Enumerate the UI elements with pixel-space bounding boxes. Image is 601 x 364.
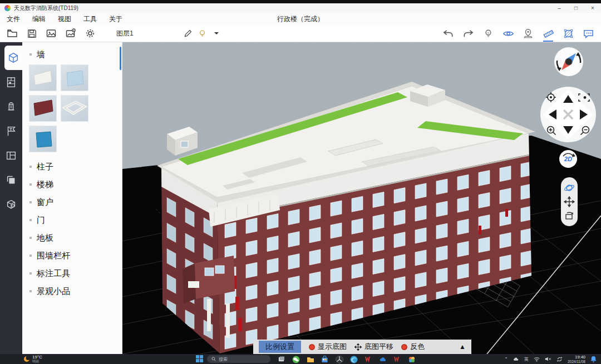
ime-indicator[interactable]: 英	[524, 356, 529, 362]
close-button[interactable]: ×	[584, 3, 601, 13]
rail-layout-button[interactable]	[0, 143, 22, 168]
cloud-app-button[interactable]	[378, 355, 387, 363]
mode-2d-button[interactable]: 2D	[559, 150, 577, 168]
undo-button[interactable]	[441, 27, 455, 40]
orbit-icon	[564, 182, 575, 193]
onedrive-cloud-icon[interactable]	[513, 357, 519, 362]
wps-w-icon	[364, 356, 372, 363]
rail-fire-hydrant-button[interactable]	[0, 94, 22, 119]
start-button[interactable]	[196, 355, 203, 362]
wall-thumb-red-wall[interactable]	[29, 95, 57, 122]
edit-layer-button[interactable]	[180, 27, 195, 40]
wechat-app-button[interactable]	[292, 355, 300, 363]
layers-copy-icon	[5, 174, 17, 186]
scale-settings-button[interactable]: 比例设置	[259, 341, 301, 353]
taskbar-weather[interactable]: 19°C 晴朗	[23, 354, 42, 364]
radio-red-icon	[401, 344, 407, 350]
bullet-icon	[29, 183, 32, 186]
rotate-view-button[interactable]	[563, 210, 575, 222]
location-button[interactable]	[521, 27, 535, 40]
navigation-pad[interactable]	[540, 86, 597, 143]
wall-thumb-glass-wall[interactable]	[61, 64, 88, 91]
rail-layers-button[interactable]	[0, 168, 22, 192]
task-view-button[interactable]	[277, 355, 285, 363]
rail-component-library-button[interactable]	[0, 192, 22, 217]
base-map-button[interactable]	[63, 27, 78, 40]
category-floor[interactable]: 地板	[22, 229, 122, 247]
sidebar-scrollbar[interactable]	[120, 47, 121, 70]
viewport-tool-pill	[561, 177, 578, 226]
region-select-button[interactable]	[561, 27, 575, 40]
edge-browser-button[interactable]	[349, 355, 358, 363]
image-icon	[46, 28, 57, 39]
rail-components-button[interactable]	[4, 46, 22, 70]
wall-thumb-blue-wall[interactable]	[29, 126, 57, 152]
furniture-shelf-icon	[5, 76, 17, 88]
category-wall[interactable]: 墙	[22, 46, 122, 63]
taskbar-search[interactable]: 搜索	[207, 355, 270, 363]
layer-name-field[interactable]: 图层1	[112, 28, 175, 39]
cube-3d-icon	[7, 52, 19, 64]
tray-expand-icon[interactable]: ⌃	[504, 357, 508, 362]
wps2-app-button[interactable]	[393, 355, 401, 363]
category-stairs[interactable]: 楼梯	[22, 176, 122, 193]
redo-button[interactable]	[461, 27, 475, 40]
category-annotation-tools[interactable]: 标注工具	[22, 265, 122, 282]
menu-tools[interactable]: 工具	[83, 14, 97, 24]
menu-edit[interactable]: 编辑	[32, 14, 46, 24]
comments-button[interactable]	[581, 27, 595, 40]
pan-basemap-button[interactable]: 底图平移	[354, 342, 393, 352]
wps-w2-icon	[393, 356, 401, 363]
sync-update-icon[interactable]	[556, 356, 563, 362]
collapse-panel-button[interactable]: ▲	[459, 343, 466, 351]
chevron-down-icon	[213, 30, 220, 37]
menu-about[interactable]: 关于	[109, 14, 122, 24]
rail-annotation-button[interactable]	[0, 119, 22, 143]
category-landscape[interactable]: 景观小品	[22, 282, 122, 300]
speaker-mute-icon[interactable]	[545, 356, 551, 362]
lightbulb2-icon	[483, 28, 494, 39]
notification-bell-icon[interactable]	[590, 356, 597, 362]
wall-thumb-room-outline[interactable]	[61, 95, 88, 122]
export-image-button[interactable]	[44, 27, 58, 40]
category-door[interactable]: 门	[22, 211, 122, 229]
orbit-view-button[interactable]	[563, 182, 575, 194]
menu-view[interactable]: 视图	[58, 14, 71, 24]
measure-button[interactable]	[541, 27, 555, 40]
show-basemap-toggle[interactable]: 显示底图	[309, 342, 347, 352]
td-app-button[interactable]	[335, 355, 343, 363]
bullet-icon	[29, 255, 32, 257]
pan-move-button[interactable]	[563, 196, 575, 208]
category-window[interactable]: 窗户	[22, 193, 122, 211]
wps-app-button[interactable]	[364, 355, 372, 363]
taskbar-clock[interactable]: 19:40 2024/11/08	[568, 355, 585, 363]
menubar: 文件 编辑 视图 工具 关于	[0, 13, 601, 25]
category-fence[interactable]: 围墙栏杆	[22, 247, 122, 265]
light-mode-button[interactable]	[481, 27, 495, 40]
viewport-3d[interactable]: 首层平面图 防火分区配置表	[122, 42, 601, 354]
compass-widget[interactable]	[554, 47, 584, 77]
open-folder-button[interactable]	[5, 27, 19, 40]
toolbar: 图层1	[0, 25, 601, 42]
wall-thumb-white-wall[interactable]	[29, 64, 57, 91]
visibility-button[interactable]	[501, 27, 515, 40]
save-icon	[27, 28, 37, 39]
invert-color-toggle[interactable]: 反色	[401, 342, 425, 352]
chat-bubble-icon	[583, 28, 594, 39]
maximize-button[interactable]: □	[568, 3, 584, 13]
save-button[interactable]	[24, 27, 39, 40]
layer-dropdown-button[interactable]	[209, 27, 224, 40]
file-explorer-button[interactable]	[306, 355, 314, 363]
ms-store-button[interactable]	[321, 355, 329, 363]
wifi-icon[interactable]	[534, 357, 540, 362]
viewport-3d-scene[interactable]: 首层平面图 防火分区配置表	[122, 42, 601, 354]
layer-light-button[interactable]	[195, 27, 209, 40]
photos-app-button[interactable]	[407, 355, 416, 363]
radio-red-icon	[309, 344, 315, 350]
rail-furniture-button[interactable]	[0, 70, 22, 94]
minimize-button[interactable]: –	[551, 3, 568, 13]
application-window: 天兑数字消防系统(TD119) – □ × 文件 编辑 视图 工具 关于 行政楼…	[0, 0, 601, 364]
category-column[interactable]: 柱子	[22, 158, 122, 176]
menu-file[interactable]: 文件	[7, 14, 20, 24]
settings-button[interactable]	[83, 27, 97, 40]
